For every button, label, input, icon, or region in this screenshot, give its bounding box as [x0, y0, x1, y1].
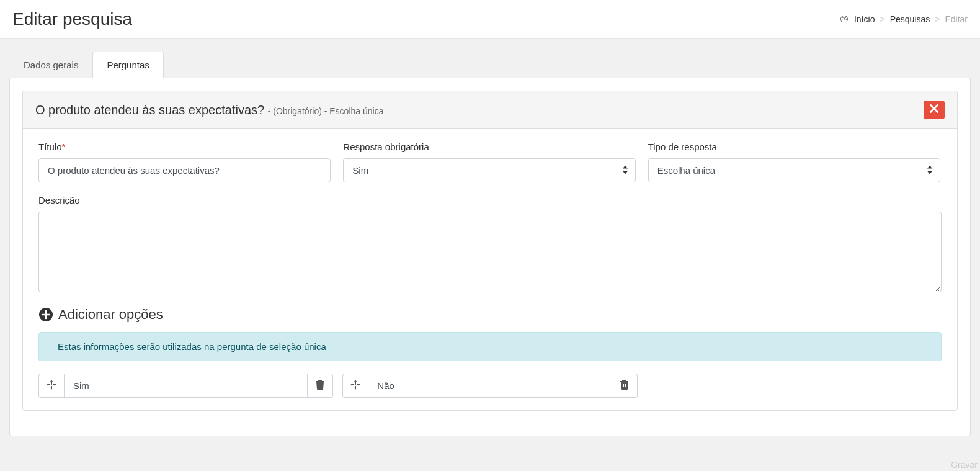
- question-meta: - (Obrigatório) - Escolha única: [268, 106, 384, 116]
- question-panel: O produto atendeu às suas expectativas? …: [22, 91, 958, 411]
- required-select[interactable]: Sim: [343, 158, 635, 182]
- title-field-group: Título*: [38, 141, 331, 182]
- add-options-label: Adicionar opções: [58, 307, 163, 323]
- move-icon: [47, 380, 56, 392]
- svg-point-3: [845, 17, 845, 18]
- page-header: Editar pesquisa Início > Pesquisas > Edi…: [0, 0, 980, 39]
- tab-questions[interactable]: Perguntas: [92, 52, 163, 78]
- close-icon: [930, 104, 938, 115]
- type-field-group: Tipo de resposta Escolha única: [648, 141, 940, 182]
- svg-point-0: [842, 19, 842, 19]
- description-label: Descrição: [38, 195, 942, 205]
- chevron-right-icon: >: [935, 14, 940, 24]
- type-select[interactable]: Escolha única: [648, 158, 940, 182]
- trash-icon: [316, 380, 324, 392]
- page-title: Editar pesquisa: [12, 9, 132, 29]
- question-title-display: O produto atendeu às suas expectativas? …: [35, 103, 383, 117]
- type-label: Tipo de resposta: [648, 141, 940, 152]
- option-item: [342, 374, 637, 398]
- required-asterisk-icon: *: [62, 141, 66, 152]
- question-title-text: O produto atendeu às suas expectativas?: [35, 103, 264, 117]
- tabs: Dados gerais Perguntas: [9, 52, 971, 78]
- required-field-group: Resposta obrigatória Sim: [343, 141, 635, 182]
- question-panel-header: O produto atendeu às suas expectativas? …: [23, 91, 957, 129]
- breadcrumb-current: Editar: [945, 14, 968, 24]
- options-info-alert: Estas informações serão utilizadas na pe…: [38, 332, 942, 361]
- tab-general[interactable]: Dados gerais: [9, 52, 92, 78]
- title-input[interactable]: [38, 158, 331, 182]
- drag-handle[interactable]: [38, 374, 64, 398]
- content: Dados gerais Perguntas O produto atendeu…: [0, 39, 980, 449]
- option-input[interactable]: [368, 374, 612, 398]
- add-options-button[interactable]: Adicionar opções: [38, 307, 942, 323]
- option-input[interactable]: [64, 374, 308, 398]
- description-field-group: Descrição: [38, 195, 942, 294]
- question-panel-body: Título* Resposta obrigatória Sim: [23, 129, 957, 410]
- delete-option-button[interactable]: [308, 374, 333, 398]
- title-label-text: Título: [38, 141, 62, 152]
- chevron-right-icon: >: [880, 14, 884, 24]
- drag-handle[interactable]: [342, 374, 368, 398]
- breadcrumb-surveys[interactable]: Pesquisas: [890, 14, 930, 24]
- required-label: Resposta obrigatória: [343, 141, 635, 152]
- svg-point-1: [846, 19, 847, 19]
- trash-icon: [620, 380, 629, 392]
- options-row: [38, 374, 942, 398]
- delete-question-button[interactable]: [924, 101, 945, 119]
- title-label: Título*: [38, 141, 331, 152]
- plus-circle-icon: [38, 307, 53, 322]
- delete-option-button[interactable]: [612, 374, 638, 398]
- breadcrumb: Início > Pesquisas > Editar: [839, 14, 968, 24]
- svg-point-2: [842, 17, 843, 18]
- move-icon: [350, 380, 360, 392]
- dashboard-icon: [839, 14, 849, 24]
- tab-body: O produto atendeu às suas expectativas? …: [9, 78, 971, 436]
- option-item: [38, 374, 333, 398]
- breadcrumb-home[interactable]: Início: [854, 14, 875, 24]
- description-textarea[interactable]: [38, 212, 942, 292]
